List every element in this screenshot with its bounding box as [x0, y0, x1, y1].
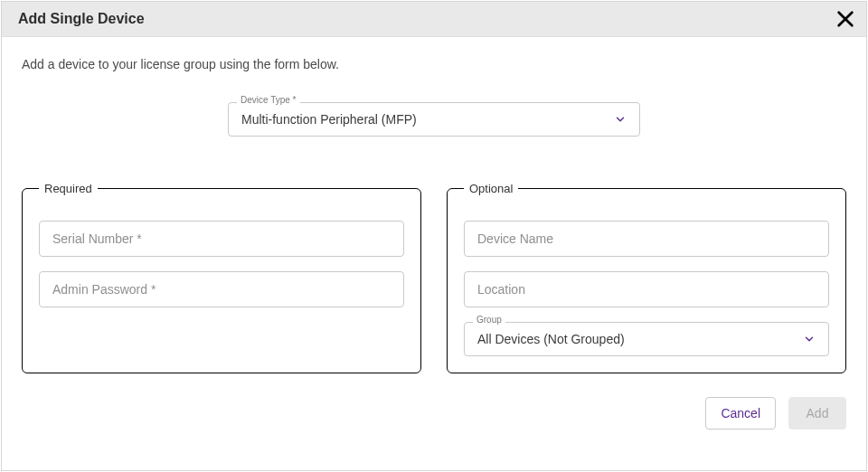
dialog-content: Add a device to your license group using… — [2, 37, 866, 470]
add-device-dialog: Add Single Device Add a device to your l… — [1, 1, 867, 471]
intro-text: Add a device to your license group using… — [22, 57, 846, 71]
chevron-down-icon — [614, 113, 627, 126]
group-select[interactable]: All Devices (Not Grouped) — [464, 322, 829, 356]
device-type-label: Device Type * — [237, 96, 300, 105]
optional-fieldset: Optional Group All Devices (Not Grouped) — [447, 182, 846, 373]
dialog-footer: Cancel Add — [22, 373, 846, 430]
close-button[interactable] — [835, 9, 855, 29]
group-field: Group All Devices (Not Grouped) — [464, 322, 829, 356]
dialog-title: Add Single Device — [18, 11, 145, 27]
add-button[interactable]: Add — [788, 397, 846, 430]
location-input[interactable] — [464, 271, 829, 307]
serial-number-input[interactable] — [39, 221, 404, 257]
group-value: All Devices (Not Grouped) — [477, 332, 625, 346]
device-type-select[interactable]: Multi-function Peripheral (MFP) — [228, 102, 640, 137]
admin-password-input[interactable] — [39, 271, 404, 307]
device-type-value: Multi-function Peripheral (MFP) — [241, 112, 417, 127]
dialog-titlebar: Add Single Device — [2, 2, 866, 37]
close-icon — [835, 18, 855, 32]
device-name-input[interactable] — [464, 221, 829, 257]
chevron-down-icon — [803, 333, 816, 345]
cancel-button[interactable]: Cancel — [705, 397, 776, 430]
group-label: Group — [473, 316, 505, 325]
optional-legend: Optional — [464, 182, 518, 195]
device-type-field: Device Type * Multi-function Peripheral … — [228, 102, 640, 137]
fieldset-row: Required Optional Group — [22, 182, 846, 373]
required-fieldset: Required — [22, 182, 421, 373]
required-legend: Required — [39, 182, 98, 195]
device-type-row: Device Type * Multi-function Peripheral … — [22, 102, 846, 137]
